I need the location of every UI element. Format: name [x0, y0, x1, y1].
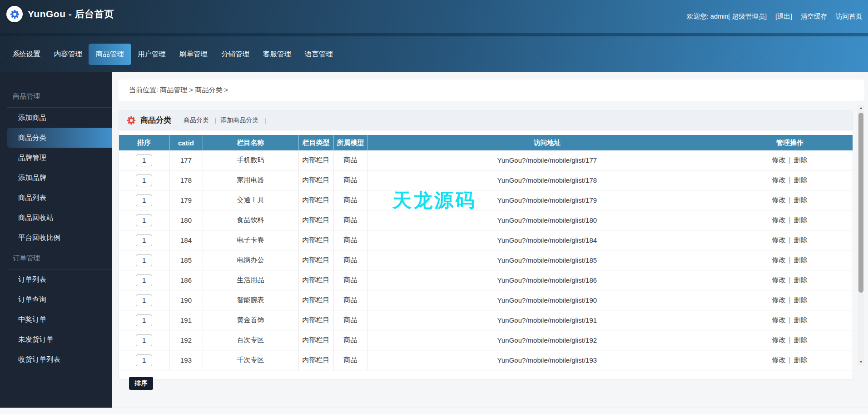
sidebar-item[interactable]: 商品回收站: [0, 208, 112, 228]
catid-cell: 177: [169, 150, 203, 170]
delete-link[interactable]: 删除: [794, 296, 808, 304]
sidebar-item[interactable]: 商品列表: [0, 188, 112, 208]
scroll-up-arrow-icon[interactable]: ▲: [858, 105, 864, 111]
model-cell: 商品: [333, 350, 367, 370]
delete-link[interactable]: 删除: [794, 216, 808, 224]
category-panel: 商品分类 商品分类 | 添加商品分类 |: [119, 110, 853, 380]
scrollbar-thumb[interactable]: [858, 113, 863, 293]
logout-link[interactable]: [退出]: [775, 12, 792, 21]
sort-cell: [119, 170, 169, 190]
nav-tab[interactable]: 刷单管理: [172, 44, 215, 65]
table-row: 180 食品饮料 内部栏目 商品 YunGou?/mobile/mobile/g…: [119, 210, 853, 230]
nav-tab[interactable]: 用户管理: [130, 44, 173, 65]
category-name-cell: 黄金首饰: [203, 310, 298, 330]
delete-link[interactable]: 删除: [794, 256, 808, 264]
sort-order-input[interactable]: [136, 354, 152, 366]
catid-cell: 185: [169, 250, 203, 270]
nav-tab[interactable]: 商品管理: [89, 44, 131, 65]
edit-link[interactable]: 修改: [772, 356, 786, 364]
sort-cell: [119, 310, 169, 330]
sidebar-item[interactable]: 平台回收比例: [0, 228, 112, 248]
actions-cell: 修改|删除: [727, 230, 853, 250]
sidebar-item[interactable]: 添加商品: [0, 108, 112, 128]
breadcrumb-text: 当前位置: 商品管理 > 商品分类 >: [129, 86, 228, 95]
delete-link[interactable]: 删除: [794, 236, 808, 244]
panel-gear-icon: [127, 116, 136, 125]
model-cell: 商品: [333, 230, 367, 250]
edit-link[interactable]: 修改: [772, 236, 786, 244]
edit-link[interactable]: 修改: [772, 256, 786, 264]
action-separator: |: [789, 256, 791, 264]
nav-tab[interactable]: 系统设置: [5, 44, 48, 65]
sort-cell: [119, 330, 169, 350]
actions-cell: 修改|删除: [727, 290, 853, 310]
sidebar-item[interactable]: 商品分类: [7, 128, 112, 148]
clear-cache-link[interactable]: 清空缓存: [801, 12, 827, 21]
col-header-actions: 管理操作: [727, 135, 853, 150]
sort-order-input[interactable]: [136, 175, 152, 186]
edit-link[interactable]: 修改: [772, 276, 786, 284]
edit-link[interactable]: 修改: [772, 156, 786, 164]
url-cell: YunGou?/mobile/mobile/glist/177: [367, 150, 727, 170]
delete-link[interactable]: 删除: [794, 356, 808, 364]
nav-tab[interactable]: 内容管理: [47, 44, 89, 65]
panel-link[interactable]: 商品分类: [184, 116, 209, 124]
col-header-sort: 排序: [119, 135, 169, 150]
sidebar-item[interactable]: 品牌管理: [0, 148, 112, 168]
sidebar-item[interactable]: 未发货订单: [0, 329, 112, 349]
sidebar-item[interactable]: 添加品牌: [0, 168, 112, 188]
sort-submit-button[interactable]: 排序: [129, 377, 153, 390]
col-header-catid: catid: [169, 135, 203, 150]
delete-link[interactable]: 删除: [794, 336, 808, 344]
delete-link[interactable]: 删除: [794, 156, 808, 164]
delete-link[interactable]: 删除: [794, 196, 808, 204]
column-type-cell: 内部栏目: [298, 190, 333, 210]
table-row: 184 电子卡卷 内部栏目 商品 YunGou?/mobile/mobile/g…: [119, 230, 853, 250]
horizontal-scrollbar[interactable]: [0, 408, 868, 414]
model-cell: 商品: [333, 310, 367, 330]
sort-order-input[interactable]: [136, 214, 152, 226]
logo-gear-icon: [10, 10, 20, 19]
actions-cell: 修改|删除: [727, 270, 853, 290]
sidebar-item[interactable]: 收货订单列表: [0, 349, 112, 369]
sort-order-input[interactable]: [136, 314, 152, 326]
panel-link[interactable]: 添加商品分类: [220, 116, 258, 124]
category-name-cell: 食品饮料: [203, 210, 298, 230]
sidebar-item[interactable]: 中奖订单: [0, 309, 112, 329]
delete-link[interactable]: 删除: [794, 276, 808, 284]
nav-tab[interactable]: 语言管理: [298, 44, 340, 65]
sort-order-input[interactable]: [136, 274, 152, 286]
edit-link[interactable]: 修改: [772, 336, 786, 344]
edit-link[interactable]: 修改: [772, 316, 786, 324]
model-cell: 商品: [333, 290, 367, 310]
sidebar-item[interactable]: 订单列表: [0, 269, 112, 289]
url-cell: YunGou?/mobile/mobile/glist/190: [367, 290, 727, 310]
delete-link[interactable]: 删除: [794, 176, 808, 184]
scroll-down-arrow-icon[interactable]: ▼: [858, 359, 864, 365]
actions-cell: 修改|删除: [727, 310, 853, 330]
url-cell: YunGou?/mobile/mobile/glist/178: [367, 170, 727, 190]
edit-link[interactable]: 修改: [772, 216, 786, 224]
sort-order-input[interactable]: [136, 155, 152, 166]
action-separator: |: [789, 236, 791, 244]
model-cell: 商品: [333, 190, 367, 210]
url-cell: YunGou?/mobile/mobile/glist/192: [367, 330, 727, 350]
sort-order-input[interactable]: [136, 234, 152, 246]
category-table-wrap: 排序 catid 栏目名称 栏目类型 所属模型 访问地址 管理操作 177: [119, 135, 853, 370]
actions-cell: 修改|删除: [727, 250, 853, 270]
visit-home-link[interactable]: 访问首页: [836, 12, 862, 21]
sidebar-section-goods: 商品管理 添加商品 商品分类 品牌管理 添加品牌 商品列表 商品回收站 平台回收…: [0, 92, 112, 248]
sort-order-input[interactable]: [136, 294, 152, 306]
edit-link[interactable]: 修改: [772, 176, 786, 184]
sort-order-input[interactable]: [136, 254, 152, 266]
col-header-url: 访问地址: [367, 135, 727, 150]
sidebar-item[interactable]: 订单查询: [0, 289, 112, 309]
nav-tab[interactable]: 客服管理: [256, 44, 298, 65]
nav-tab[interactable]: 分销管理: [214, 44, 257, 65]
edit-link[interactable]: 修改: [772, 296, 786, 304]
edit-link[interactable]: 修改: [772, 196, 786, 204]
sort-order-input[interactable]: [136, 334, 152, 346]
sort-order-input[interactable]: [136, 195, 152, 206]
page-title: YunGou - 后台首页: [28, 8, 114, 20]
delete-link[interactable]: 删除: [794, 316, 808, 324]
